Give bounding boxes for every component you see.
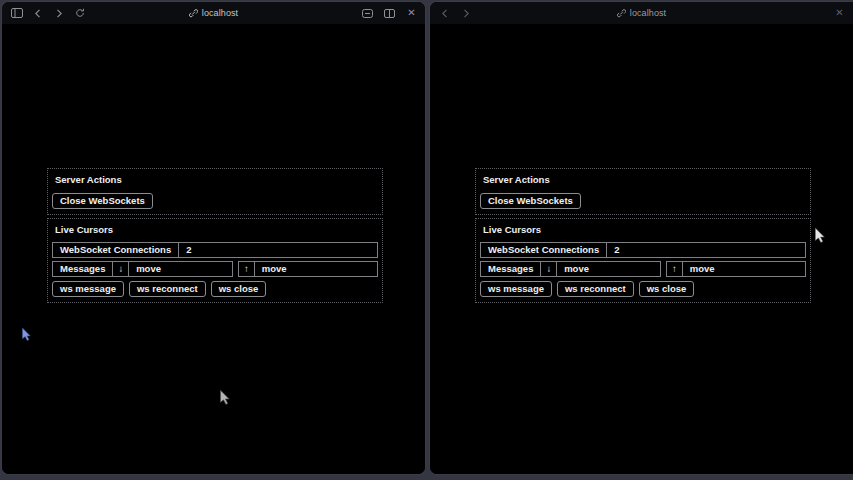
- browser-window-left: localhost ✕ Server Actions Close WebSock…: [2, 2, 425, 474]
- ws-buttons-row: ws message ws reconnect ws close: [480, 281, 806, 297]
- last-message-down: move: [557, 262, 660, 276]
- live-cursors-group: Live Cursors WebSocket Connections 2 Mes…: [475, 218, 811, 303]
- connections-label: WebSocket Connections: [53, 243, 178, 257]
- ws-message-button[interactable]: ws message: [480, 281, 552, 297]
- controls-panel: Server Actions Close WebSockets Live Cur…: [475, 168, 811, 303]
- link-icon: [189, 9, 198, 18]
- url-text: localhost: [630, 8, 666, 18]
- connections-label: WebSocket Connections: [481, 243, 606, 257]
- titlebar: localhost ✕: [2, 2, 425, 25]
- connections-value: 2: [607, 243, 805, 257]
- messages-row: Messages ↓ move ↑ move: [52, 261, 378, 277]
- titlebar: localhost ✕: [430, 2, 853, 25]
- messages-row: Messages ↓ move ↑ move: [480, 261, 806, 277]
- messages-up-readout: ↑ move: [238, 261, 378, 277]
- last-message-up: move: [683, 262, 805, 276]
- down-arrow-icon: ↓: [541, 262, 556, 276]
- server-actions-legend: Server Actions: [480, 172, 806, 190]
- ws-message-button[interactable]: ws message: [52, 281, 124, 297]
- address-bar[interactable]: localhost: [430, 2, 853, 24]
- titlebar-right-controls: ✕: [361, 2, 418, 24]
- page-content: Server Actions Close WebSockets Live Cur…: [2, 24, 425, 474]
- live-cursors-legend: Live Cursors: [480, 222, 806, 240]
- ws-close-button[interactable]: ws close: [639, 281, 695, 297]
- url-text: localhost: [202, 8, 238, 18]
- tab-overview-icon[interactable]: [361, 7, 374, 20]
- connections-readout: WebSocket Connections 2: [480, 242, 806, 258]
- server-actions-group: Server Actions Close WebSockets: [475, 168, 811, 215]
- messages-label: Messages: [481, 262, 540, 276]
- ws-close-button[interactable]: ws close: [211, 281, 267, 297]
- messages-down-readout: Messages ↓ move: [52, 261, 233, 277]
- down-arrow-icon: ↓: [113, 262, 128, 276]
- close-icon[interactable]: ✕: [405, 7, 418, 20]
- ws-reconnect-button[interactable]: ws reconnect: [557, 281, 634, 297]
- controls-panel: Server Actions Close WebSockets Live Cur…: [47, 168, 383, 303]
- connections-readout: WebSocket Connections 2: [52, 242, 378, 258]
- connections-value: 2: [179, 243, 377, 257]
- close-icon[interactable]: ✕: [833, 7, 846, 20]
- ws-reconnect-button[interactable]: ws reconnect: [129, 281, 206, 297]
- up-arrow-icon: ↑: [667, 262, 682, 276]
- up-arrow-icon: ↑: [239, 262, 254, 276]
- close-websockets-button[interactable]: Close WebSockets: [480, 193, 581, 209]
- close-websockets-button[interactable]: Close WebSockets: [52, 193, 153, 209]
- browser-window-right: localhost ✕ Server Actions Close WebSock…: [430, 2, 853, 474]
- server-actions-legend: Server Actions: [52, 172, 378, 190]
- ws-buttons-row: ws message ws reconnect ws close: [52, 281, 378, 297]
- split-view-icon[interactable]: [383, 7, 396, 20]
- messages-up-readout: ↑ move: [666, 261, 806, 277]
- desktop: { "windows": [ { "titlebar": { "url": "l…: [0, 0, 853, 480]
- link-icon: [617, 9, 626, 18]
- server-actions-group: Server Actions Close WebSockets: [47, 168, 383, 215]
- live-cursors-legend: Live Cursors: [52, 222, 378, 240]
- titlebar-right-controls: ✕: [833, 2, 846, 24]
- live-cursors-group: Live Cursors WebSocket Connections 2 Mes…: [47, 218, 383, 303]
- page-content: Server Actions Close WebSockets Live Cur…: [430, 24, 853, 474]
- last-message-down: move: [129, 262, 232, 276]
- messages-label: Messages: [53, 262, 112, 276]
- messages-down-readout: Messages ↓ move: [480, 261, 661, 277]
- last-message-up: move: [255, 262, 377, 276]
